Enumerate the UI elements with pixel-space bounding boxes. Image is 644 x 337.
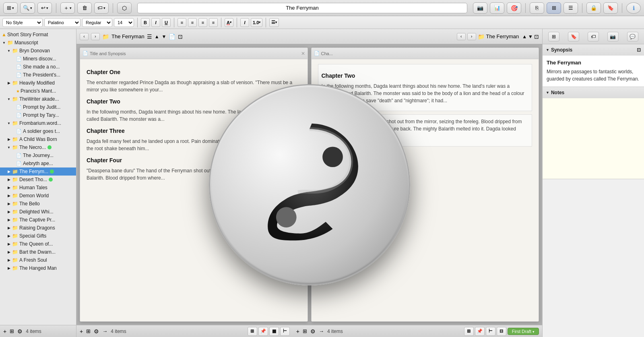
- footer-right-move-btn[interactable]: →: [319, 328, 324, 334]
- sidebar-item-president[interactable]: 📄 The President's...: [0, 71, 76, 79]
- sidebar-item-bello[interactable]: ▶ 📁 The Bello: [0, 200, 76, 208]
- sidebar-item-thewriter[interactable]: ▼ 📁 TheWriter akade...: [0, 95, 76, 103]
- sidebar-item-fresh[interactable]: ▶ 📁 A Fresh Soul: [0, 256, 76, 264]
- editor-nav-prev[interactable]: ‹: [80, 33, 89, 40]
- lock-btn[interactable]: 🔒: [586, 2, 601, 14]
- sidebar-settings-btn[interactable]: ⚙: [17, 328, 23, 335]
- footer-settings-btn[interactable]: ⚙: [94, 328, 99, 335]
- synopsis-header[interactable]: ▼ Synopsis ⊡: [543, 44, 644, 56]
- footer-right-settings-btn[interactable]: ⚙: [310, 328, 316, 335]
- bookmark-btn[interactable]: 🔖: [603, 2, 618, 14]
- inspector-btn-tag[interactable]: 🏷: [588, 32, 599, 41]
- bold-btn[interactable]: B: [141, 18, 150, 27]
- sidebar-folder-btn[interactable]: ⊞: [10, 328, 14, 334]
- line-height-btn[interactable]: 1.0 ▾: [251, 18, 262, 27]
- status-grid-btn[interactable]: ⊞: [464, 327, 474, 336]
- tag-btn[interactable]: 🏷 ▾: [94, 2, 109, 14]
- view-compile-btn[interactable]: ▦: [269, 327, 279, 336]
- sidebar-item-queen[interactable]: ▶ 📁 The Queen of...: [0, 240, 76, 248]
- editor-left-up-icon[interactable]: ▲: [155, 34, 159, 39]
- sidebar-item-bart[interactable]: ▶ 📁 Bart the Dwarn...: [0, 248, 76, 256]
- view-pin-btn[interactable]: 📌: [258, 327, 268, 336]
- sidebar-item-heavily[interactable]: ▶ 📁 Heavily Modified: [0, 79, 76, 87]
- status-window-btn[interactable]: ⊟: [497, 327, 506, 336]
- sidebar-item-short-story[interactable]: ▲ Short Story Format: [0, 31, 76, 39]
- grid-view-btn[interactable]: ⊞: [547, 2, 561, 14]
- weight-select[interactable]: Regular: [82, 18, 112, 27]
- sidebar-item-she-made[interactable]: 📄 She made a no...: [0, 63, 76, 71]
- text-style-btn[interactable]: I: [240, 18, 249, 27]
- sidebar-item-soldier[interactable]: 📄 A soldier goes t...: [0, 127, 76, 135]
- editor-right-nav-prev[interactable]: ‹: [457, 33, 466, 40]
- sidebar-item-demon[interactable]: ▶ 📁 Demon World: [0, 192, 76, 200]
- editor-nav-next[interactable]: ›: [91, 33, 100, 40]
- list-view-btn[interactable]: ☰: [564, 2, 578, 14]
- copy-btn[interactable]: ⎘: [530, 2, 544, 14]
- synopsis-expand-btn[interactable]: ⊡: [637, 47, 641, 53]
- view-split-btn[interactable]: ⊢: [280, 327, 290, 336]
- sidebar-item-delighted[interactable]: ▶ 📁 Delighted Whi...: [0, 208, 76, 216]
- sidebar-item-prompt-tary[interactable]: 📄 Prompt by Tary...: [0, 111, 76, 119]
- sidebar-item-journey[interactable]: 📄 The Journey...: [0, 151, 76, 159]
- editor-right-expand-icon[interactable]: ⊡: [534, 33, 539, 40]
- align-right-btn[interactable]: ≡: [198, 18, 207, 27]
- sidebar-item-prancis[interactable]: ★ Prancis's Mant...: [0, 87, 76, 95]
- align-left-btn[interactable]: ≡: [178, 18, 186, 27]
- sidebar-item-dragons[interactable]: ▶ 📁 Raising Dragons: [0, 224, 76, 232]
- view-toggle-btn[interactable]: ⊞ ▾: [3, 2, 18, 14]
- text-color-btn[interactable]: A ▾: [225, 18, 233, 27]
- notes-header[interactable]: ▼ Notes: [543, 87, 644, 98]
- target-btn[interactable]: 🎯: [507, 2, 521, 14]
- editor-pane-left-content[interactable]: Chapter One The enchanter regarded Princ…: [80, 59, 308, 321]
- sidebar-add-btn[interactable]: +: [3, 328, 6, 335]
- chart-btn[interactable]: 📊: [490, 2, 504, 14]
- sidebar-item-human[interactable]: ▶ 📁 Human Tales: [0, 184, 76, 192]
- editor-left-down-icon[interactable]: ▼: [162, 34, 167, 39]
- editor-right-down-icon[interactable]: ▼: [528, 34, 533, 39]
- sidebar-item-miners[interactable]: 📄 Miners discov...: [0, 55, 76, 63]
- sidebar-item-desert[interactable]: ▶ 📁 Desert Tho...: [0, 176, 76, 184]
- inspector-btn-bookmark[interactable]: 🔖: [568, 32, 579, 41]
- screenshot-btn[interactable]: ⬡: [117, 2, 132, 14]
- draft-status-btn[interactable]: First Draft ▾: [508, 328, 539, 335]
- notes-content[interactable]: [543, 98, 644, 179]
- editor-right-nav-next[interactable]: ›: [467, 33, 476, 40]
- footer-add-btn[interactable]: +: [80, 328, 83, 335]
- editor-left-expand-icon[interactable]: ⊡: [178, 33, 183, 40]
- undo-btn[interactable]: ↩ ▾: [37, 2, 52, 14]
- sidebar-item-bryn[interactable]: ▼ 📁 Bryn Donovan: [0, 47, 76, 55]
- inspector-btn-chat[interactable]: 💬: [627, 32, 638, 41]
- footer-right-folder-btn[interactable]: ⊞: [303, 328, 307, 334]
- inspector-btn-camera[interactable]: 📷: [607, 32, 619, 41]
- footer-folder-btn[interactable]: ⊞: [86, 328, 91, 334]
- inspector-btn-grid[interactable]: ⊞: [548, 32, 559, 41]
- sidebar-item-hanged[interactable]: ▶ 📁 The Hanged Man: [0, 264, 76, 272]
- trash-btn[interactable]: 🗑: [77, 2, 92, 14]
- sidebar-item-frombarium[interactable]: ▼ 📁 Frombarium.word...: [0, 119, 76, 127]
- sidebar-item-child[interactable]: ▶ 📁 A Child Was Born: [0, 135, 76, 143]
- editor-left-page-icon[interactable]: 📄: [169, 33, 175, 40]
- view-grid-btn[interactable]: ⊞: [248, 327, 257, 336]
- sidebar-item-special[interactable]: ▶ 📁 Special Gifts: [0, 232, 76, 240]
- italic-btn[interactable]: I: [151, 18, 160, 27]
- style-select[interactable]: No Style: [2, 18, 43, 27]
- editor-pane-right-content[interactable]: Chapter Two In the following months, Dag…: [312, 59, 539, 321]
- search-btn[interactable]: 🔍 ▾: [20, 2, 35, 14]
- align-justify-btn[interactable]: ≡: [209, 18, 218, 27]
- sidebar-item-aebryth[interactable]: 📄 Aebryth ape...: [0, 159, 76, 167]
- list-format-btn[interactable]: ☰ ▾: [269, 18, 279, 27]
- status-split-btn[interactable]: ⊢: [486, 327, 495, 336]
- status-pin-btn[interactable]: 📌: [475, 327, 485, 336]
- camera-btn[interactable]: 📷: [473, 2, 487, 14]
- sidebar-item-manuscript[interactable]: ▼ 📁 Manuscript: [0, 39, 76, 47]
- align-center-btn[interactable]: ≡: [188, 18, 197, 27]
- sidebar-item-ferryman[interactable]: ▶ 📁 The Ferrym...: [0, 167, 76, 176]
- footer-move-btn[interactable]: →: [102, 328, 107, 334]
- info-btn[interactable]: ℹ: [626, 2, 641, 14]
- sidebar-item-necro[interactable]: ▼ 📁 The Necro...: [0, 143, 76, 151]
- add-btn[interactable]: ＋ ▾: [60, 2, 75, 14]
- underline-btn[interactable]: U: [162, 18, 171, 27]
- pane-close-icon[interactable]: ✕: [301, 51, 305, 56]
- size-select[interactable]: 14: [114, 18, 134, 27]
- sidebar-item-prompt-judit[interactable]: 📄 Prompt by Judit...: [0, 103, 76, 111]
